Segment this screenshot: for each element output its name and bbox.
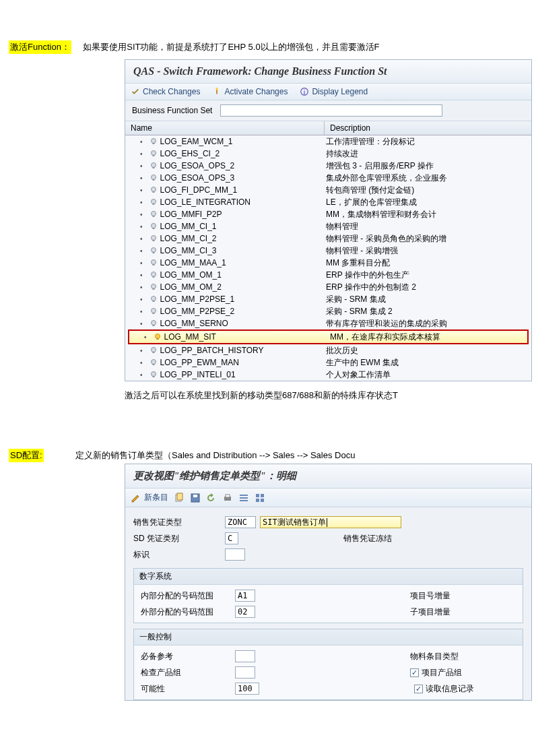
svg-point-28 — [151, 284, 156, 289]
table-row[interactable]: •LOG_MM_P2PSE_2采购 - SRM 集成 2 — [125, 305, 531, 317]
bf-desc: ERP 操作中的外包生产 — [325, 270, 531, 281]
business-function-set-row: Business Function Set — [125, 100, 531, 121]
bf-desc: 持续改进 — [325, 148, 531, 160]
table-row[interactable]: •LOG_ESOA_OPS_2增强包 3 - 启用服务/ERP 操作 — [125, 160, 531, 172]
bf-name: LOG_LE_INTEGRATION — [160, 197, 251, 207]
svg-point-10 — [151, 175, 156, 180]
bf-desc: 采购 - SRM 集成 2 — [325, 306, 531, 317]
sales-doc-type-window: 更改视图"维护销售定单类型"：明细 新条目 销售凭证类型 ZONC SIT测试销… — [125, 464, 532, 701]
table-row[interactable]: •LOG_MMFI_P2PMM，集成物料管理和财务会计 — [125, 208, 531, 220]
bf-desc: 生产中的 EWM 集成 — [325, 357, 531, 369]
bullet-icon: • — [140, 235, 143, 243]
table-row[interactable]: •LOG_ESOA_OPS_3集成外部仓库管理系统，企业服务 — [125, 172, 531, 184]
svg-text:i: i — [304, 89, 305, 96]
table-row[interactable]: •LOG_PP_BATCH_HISTORY批次历史 — [125, 344, 531, 356]
window2-title: 更改视图"维护销售定单类型"：明细 — [125, 464, 531, 489]
indicator-input[interactable] — [225, 548, 245, 561]
bf-name: LOG_MM_CI_2 — [160, 234, 217, 243]
table-header: Name Description — [125, 121, 531, 135]
bf-desc: 物料管理 - 采购员角色的采购的增 — [325, 233, 531, 245]
bullet-icon: • — [140, 223, 143, 230]
save-icon[interactable] — [190, 493, 201, 503]
svg-rect-53 — [256, 494, 259, 497]
svg-point-1 — [216, 88, 219, 90]
bfs-dropdown[interactable] — [220, 104, 442, 117]
svg-rect-35 — [152, 325, 154, 326]
grid-icon[interactable] — [255, 493, 265, 503]
svg-point-4 — [151, 139, 156, 144]
print-icon[interactable] — [222, 493, 233, 503]
table-row[interactable]: •LOG_MM_SERNO带有库存管理和装运的集成的采购 — [125, 317, 531, 329]
table-row[interactable]: •LOG_PP_EWM_MAN生产中的 EWM 集成 — [125, 356, 531, 369]
bf-name: LOG_ESOA_OPS_3 — [160, 173, 235, 183]
table-row[interactable]: •LOG_LE_INTEGRATIONLE，扩展的仓库管理集成 — [125, 196, 531, 208]
activate-changes-button[interactable]: Activate Changes — [212, 87, 288, 96]
window-title: QAS - Switch Framework: Change Business … — [125, 60, 531, 84]
table-row[interactable]: •LOG_PP_INTELI_01个人对象工作清单 — [125, 369, 531, 381]
mat-type-label: 物料条目类型 — [410, 651, 477, 662]
table-row[interactable]: •LOG_MM_P2PSE_1采购 - SRM 集成 — [125, 293, 531, 305]
table-row[interactable]: •LOG_MM_CI_2物料管理 - 采购员角色的采购的增 — [125, 232, 531, 245]
svg-rect-43 — [152, 376, 154, 377]
ref-input[interactable] — [235, 650, 255, 662]
bullet-icon: • — [140, 150, 143, 158]
bullet-icon: • — [140, 320, 143, 327]
sd-category-input[interactable]: C — [225, 532, 238, 544]
activate-function-label: 激活Function： — [9, 40, 71, 54]
table-row[interactable]: •LOG_FI_DPC_MM_1转包商管理 (预付定金链) — [125, 184, 531, 196]
svg-rect-23 — [152, 252, 154, 253]
bulb-icon — [149, 150, 158, 158]
table-row[interactable]: •LOG_MM_CI_1物料管理 — [125, 220, 531, 232]
bullet-icon: • — [144, 334, 147, 341]
item-grp-checkbox[interactable]: ✓ — [410, 668, 419, 677]
bullet-icon: • — [140, 296, 143, 303]
ext-range-input[interactable]: 02 — [235, 606, 255, 618]
table-row[interactable]: •LOG_MM_MAA_1MM 多重科目分配 — [125, 257, 531, 269]
ref-label: 必备参考 — [141, 651, 235, 662]
prob-input[interactable]: 100 — [235, 683, 259, 695]
check-grp-input[interactable] — [235, 666, 255, 679]
bf-name: LOG_MM_P2PSE_1 — [160, 294, 235, 304]
bulb-icon — [149, 222, 158, 230]
svg-rect-13 — [152, 191, 154, 193]
check-changes-button[interactable]: Check Changes — [131, 87, 200, 96]
table-row[interactable]: •LOG_EHS_CI_2持续改进 — [125, 148, 531, 160]
list-icon[interactable] — [238, 493, 249, 503]
bf-desc: MM 多重科目分配 — [325, 257, 531, 269]
table-row[interactable]: •LOG_EAM_WCM_1工作清理管理：分段标记 — [125, 135, 531, 148]
bf-name: LOG_PP_EWM_MAN — [160, 358, 239, 367]
svg-point-16 — [151, 212, 156, 216]
number-system-group: 数字系统 内部分配的号码范围 A1 项目号增量 外部分配的号码范围 02 子项目… — [133, 568, 523, 623]
bf-desc: 集成外部仓库管理系统，企业服务 — [325, 172, 531, 184]
toolbar: Check Changes Activate Changes i Display… — [125, 84, 531, 100]
display-legend-button[interactable]: i Display Legend — [300, 87, 368, 96]
undo-icon[interactable] — [206, 493, 217, 503]
check-icon — [131, 87, 140, 96]
svg-point-30 — [151, 296, 156, 301]
bf-desc: 个人对象工作清单 — [325, 369, 531, 381]
svg-point-32 — [151, 309, 156, 313]
sd-config-label: SD配置: — [9, 449, 44, 462]
svg-rect-41 — [152, 364, 154, 365]
read-info-checkbox[interactable]: ✓ — [414, 685, 423, 693]
bullet-icon: • — [140, 199, 143, 206]
table-row[interactable]: •LOG_MM_SITMM，在途库存和实际成本核算 — [129, 331, 527, 343]
sales-doc-type-input[interactable]: ZONC — [225, 516, 256, 528]
sales-doc-type-desc-input[interactable]: SIT测试销售订单 — [260, 516, 401, 528]
table-row[interactable]: •LOG_MM_OM_1ERP 操作中的外包生产 — [125, 269, 531, 281]
svg-rect-17 — [152, 216, 154, 217]
bf-desc: 物料管理 - 采购增强 — [325, 245, 531, 257]
bullet-icon: • — [140, 247, 143, 255]
svg-rect-47 — [193, 495, 197, 497]
table-row[interactable]: •LOG_MM_OM_2ERP 操作中的外包制造 2 — [125, 281, 531, 293]
bulb-icon — [149, 319, 158, 327]
bf-name: LOG_EHS_CI_2 — [160, 149, 220, 158]
int-range-input[interactable]: A1 — [235, 590, 255, 602]
copy-icon[interactable] — [174, 493, 185, 503]
new-entry-button[interactable]: 新条目 — [131, 492, 168, 503]
table-row[interactable]: •LOG_MM_CI_3物料管理 - 采购增强 — [125, 245, 531, 257]
section2-heading: SD配置: 定义新的销售订单类型（Sales and Distribution … — [9, 449, 534, 462]
bullet-icon: • — [140, 347, 143, 354]
svg-point-34 — [151, 321, 156, 325]
svg-rect-49 — [226, 495, 230, 497]
